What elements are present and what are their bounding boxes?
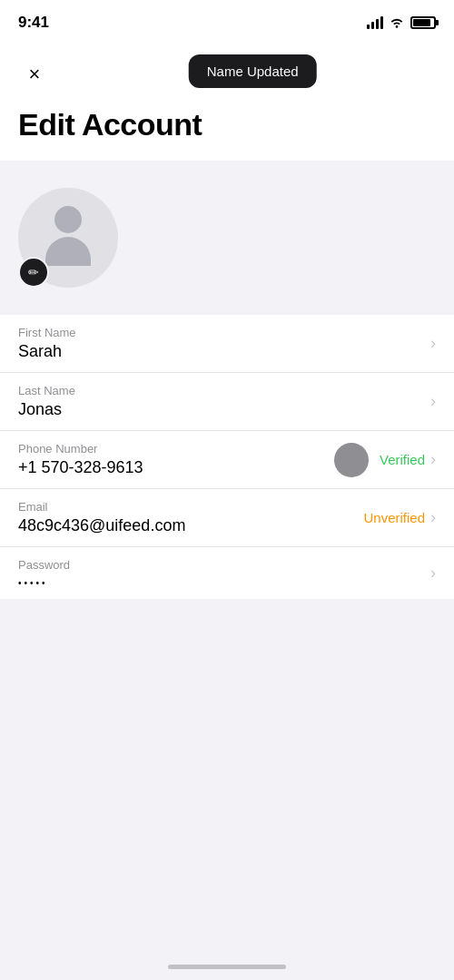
first-name-field[interactable]: First Name Sarah › — [0, 315, 454, 373]
page-title-section: Edit Account — [0, 100, 454, 161]
avatar-section: ✏ — [0, 161, 454, 315]
signal-icon — [367, 16, 383, 29]
avatar-body — [45, 237, 91, 266]
last-name-value: Jonas — [18, 400, 430, 419]
password-label: Password — [18, 558, 430, 572]
avatar-head — [54, 206, 82, 233]
phone-number-field[interactable]: Phone Number +1 570-328-9613 Verified › — [0, 431, 454, 489]
close-button[interactable]: × — [18, 58, 51, 91]
home-indicator — [168, 965, 286, 969]
status-icons — [367, 15, 436, 31]
phone-label: Phone Number — [18, 442, 334, 456]
header: × Name Updated — [0, 45, 454, 100]
toast-notification: Name Updated — [189, 54, 317, 88]
email-label: Email — [18, 500, 363, 514]
pencil-icon: ✏ — [28, 265, 39, 279]
last-name-label: Last Name — [18, 384, 430, 397]
chevron-right-icon: › — [430, 334, 436, 353]
form-section: First Name Sarah › Last Name Jonas › Pho… — [0, 315, 454, 599]
chevron-right-icon: › — [430, 564, 436, 583]
phone-value: +1 570-328-9613 — [18, 458, 334, 477]
status-time: 9:41 — [18, 14, 49, 32]
edit-avatar-button[interactable]: ✏ — [18, 257, 49, 288]
first-name-value: Sarah — [18, 342, 430, 361]
unverified-badge: Unverified — [363, 510, 425, 525]
wifi-icon — [389, 15, 405, 31]
chevron-right-icon: › — [430, 450, 436, 469]
email-value: 48c9c436@uifeed.com — [18, 516, 363, 535]
last-name-field[interactable]: Last Name Jonas › — [0, 373, 454, 431]
email-field[interactable]: Email 48c9c436@uifeed.com Unverified › — [0, 489, 454, 547]
password-field[interactable]: Password ••••• › — [0, 547, 454, 599]
status-bar: 9:41 — [0, 0, 454, 45]
phone-toggle[interactable] — [334, 443, 369, 477]
verified-badge: Verified — [380, 452, 425, 467]
bottom-spacer — [0, 599, 454, 762]
first-name-label: First Name — [18, 326, 430, 339]
battery-icon — [410, 16, 436, 29]
avatar-wrapper: ✏ — [18, 188, 118, 288]
avatar-person-graphic — [36, 206, 100, 270]
chevron-right-icon: › — [430, 508, 436, 527]
page-title: Edit Account — [18, 107, 436, 142]
chevron-right-icon: › — [430, 392, 436, 411]
close-icon: × — [29, 63, 41, 86]
password-value: ••••• — [18, 574, 430, 588]
